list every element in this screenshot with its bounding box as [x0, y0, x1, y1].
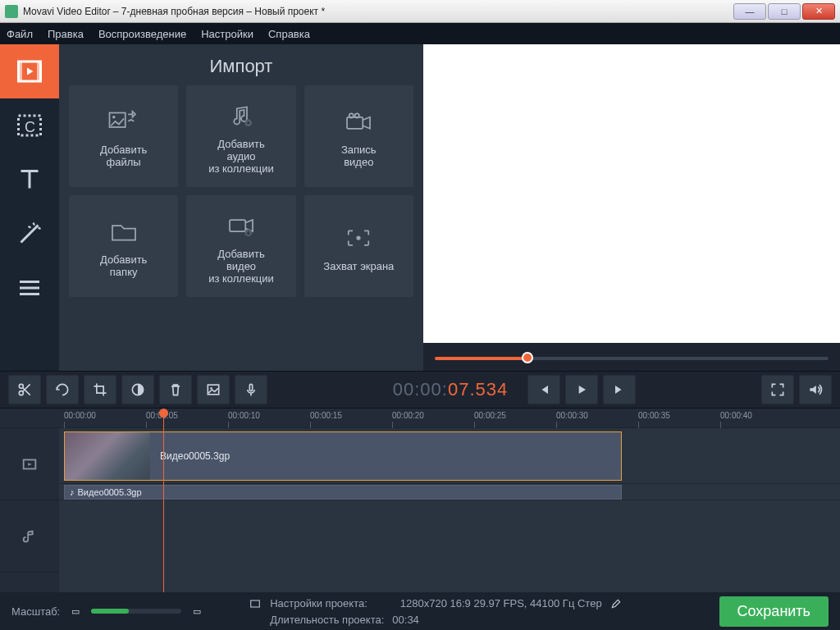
tile-label: Добавить видео из коллекции: [208, 248, 274, 285]
color-button[interactable]: [121, 375, 154, 404]
menu-playback[interactable]: Воспроизведение: [98, 28, 186, 40]
sidebar-import[interactable]: [0, 44, 59, 98]
tile-add-folder[interactable]: Добавить папку: [69, 195, 178, 297]
sidebar-more[interactable]: [0, 261, 59, 315]
project-duration-value: 00:34: [392, 614, 419, 626]
video-track-head[interactable]: [0, 428, 59, 500]
settings-small-icon: [249, 597, 262, 610]
audio-track-inline[interactable]: ♪ Видео0005.3gp: [59, 484, 840, 500]
folder-icon: [107, 214, 141, 249]
app-icon: [5, 5, 18, 18]
preview-panel: [423, 44, 840, 371]
tile-label: Добавить файлы: [100, 144, 147, 168]
pencil-icon[interactable]: [610, 598, 622, 609]
note-icon: ♪: [70, 487, 75, 497]
ruler-tick: 00:00:00: [64, 411, 96, 420]
camera-download-icon: [224, 208, 258, 243]
import-panel: Импорт Добавить файлы Добавить аудио из …: [59, 44, 423, 371]
image-icon: [205, 381, 221, 398]
ruler-tick: 00:00:20: [392, 411, 424, 420]
toolbar: 00:00:07.534: [0, 371, 840, 409]
menu-file[interactable]: Файл: [7, 28, 33, 40]
menu-settings[interactable]: Настройки: [201, 28, 253, 40]
svg-point-6: [112, 116, 116, 119]
ruler-tick: 00:00:40: [720, 411, 752, 420]
play-button[interactable]: [565, 375, 598, 404]
window-close-button[interactable]: ✕: [802, 3, 835, 20]
ruler-tick: 00:00:30: [556, 411, 588, 420]
timeline-ruler[interactable]: 00:00:00 00:00:05 00:00:10 00:00:15 00:0…: [59, 409, 840, 428]
clip-label: Видео0005.3gp: [160, 450, 230, 462]
project-duration-label: Длительность проекта:: [270, 614, 384, 626]
import-title: Импорт: [69, 44, 413, 85]
tile-label: Запись видео: [341, 144, 377, 168]
video-clip[interactable]: Видео0005.3gp: [64, 431, 622, 481]
window-title: Movavi Video Editor – 7-дневная пробная …: [23, 6, 733, 17]
tile-add-files[interactable]: Добавить файлы: [69, 85, 178, 187]
window-maximize-button[interactable]: □: [768, 3, 801, 20]
tile-record-video[interactable]: Запись видео: [304, 85, 413, 187]
preview-canvas[interactable]: [423, 44, 840, 343]
fullscreen-icon: [769, 381, 786, 398]
svg-text:C: C: [25, 119, 35, 135]
zoom-out-icon[interactable]: ▭: [71, 606, 80, 617]
prev-button[interactable]: [527, 375, 560, 404]
cut-button[interactable]: [8, 375, 41, 404]
tile-add-audio[interactable]: Добавить аудио из коллекции: [186, 85, 295, 187]
video-track[interactable]: Видео0005.3gp: [59, 428, 840, 484]
menu-edit[interactable]: Правка: [48, 28, 84, 40]
sidebar-titles[interactable]: [0, 153, 59, 207]
camera-icon: [341, 104, 376, 139]
speaker-icon: [807, 381, 824, 398]
ruler-tick: 00:00:35: [638, 411, 670, 420]
text-icon: [15, 165, 44, 194]
delete-button[interactable]: [159, 375, 192, 404]
timecode-display: 00:00:07.534: [393, 379, 508, 400]
seek-knob[interactable]: [522, 352, 533, 363]
zoom-label: Масштаб:: [11, 605, 60, 618]
crop-tool-icon: [92, 381, 108, 398]
zoom-in-icon[interactable]: ▭: [193, 606, 201, 617]
svg-rect-8: [347, 117, 363, 129]
rotate-button[interactable]: [46, 375, 79, 404]
svg-rect-1: [19, 62, 23, 81]
zoom-slider[interactable]: [91, 609, 181, 614]
svg-point-9: [349, 113, 354, 117]
menu-help[interactable]: Справка: [268, 28, 310, 40]
seek-fill: [435, 357, 529, 360]
window-titlebar: Movavi Video Editor – 7-дневная пробная …: [0, 0, 840, 23]
timeline: 00:00:00 00:00:05 00:00:10 00:00:15 00:0…: [0, 409, 840, 592]
tile-label: Захват экрана: [323, 260, 394, 272]
save-button[interactable]: Сохранить: [719, 596, 829, 627]
window-minimize-button[interactable]: —: [733, 3, 766, 20]
film-play-icon: [15, 57, 44, 86]
music-note-icon: [224, 98, 258, 133]
fullscreen-button[interactable]: [761, 375, 794, 404]
screen-capture-icon: [341, 221, 376, 255]
crop-button[interactable]: [84, 375, 116, 404]
next-button[interactable]: [603, 375, 636, 404]
ruler-tick: 00:00:25: [474, 411, 506, 420]
timecode-prefix: 00:00:: [393, 379, 448, 400]
sidebar-filters[interactable]: C: [0, 98, 59, 153]
tile-add-video-collection[interactable]: Добавить видео из коллекции: [186, 195, 295, 297]
svg-point-13: [357, 235, 361, 240]
playhead[interactable]: [163, 409, 164, 592]
project-settings-value: 1280x720 16:9 29.97 FPS, 44100 Гц Стер: [400, 597, 602, 609]
preview-seekbar[interactable]: [435, 354, 829, 363]
volume-button[interactable]: [799, 375, 832, 404]
sidebar-effects[interactable]: [0, 207, 59, 261]
mic-button[interactable]: [235, 375, 267, 404]
statusbar: Масштаб: ▭ ▭ Настройки проекта: 1280x720…: [0, 592, 840, 630]
magic-wand-icon: [15, 219, 44, 249]
tile-screen-capture[interactable]: Захват экрана: [304, 195, 413, 297]
svg-rect-2: [37, 62, 41, 81]
audio-track-head[interactable]: [0, 500, 59, 573]
empty-audio-track[interactable]: [59, 500, 840, 573]
timecode-value: 07.534: [448, 379, 508, 400]
skip-forward-icon: [611, 381, 628, 398]
image-button[interactable]: [197, 375, 230, 404]
menu-icon: [15, 273, 44, 303]
media-files-icon: [107, 104, 141, 139]
audio-clip[interactable]: ♪ Видео0005.3gp: [64, 485, 622, 500]
